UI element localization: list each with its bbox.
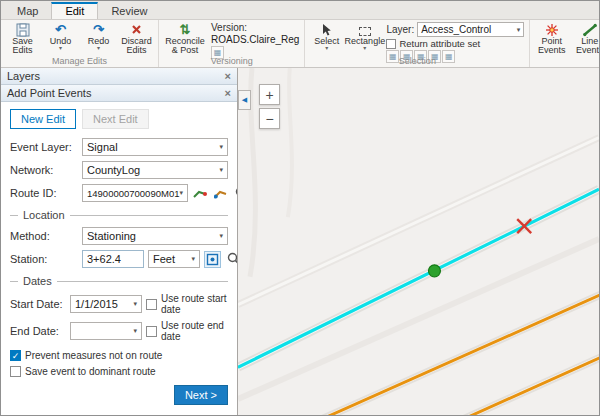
select-route-on-map-icon[interactable] bbox=[192, 185, 209, 202]
discard-edits-icon bbox=[130, 22, 143, 37]
save-dominant-box bbox=[10, 366, 21, 377]
station-input[interactable]: 3+62.4 bbox=[82, 250, 144, 268]
location-section-divider: Location bbox=[10, 209, 228, 221]
save-edits-icon bbox=[16, 22, 30, 37]
prevent-measures-checkbox[interactable]: ✓ Prevent measures not on route bbox=[10, 350, 228, 361]
next-button[interactable]: Next > bbox=[174, 385, 228, 405]
manage-edits-group-label: Manage Edits bbox=[4, 56, 155, 67]
use-route-end-checkbox[interactable]: Use route end date bbox=[146, 320, 228, 342]
method-select[interactable]: Stationing ▾ bbox=[82, 227, 228, 245]
use-route-start-label: Use route start date bbox=[161, 293, 228, 315]
end-date-dropdown-icon: ▾ bbox=[133, 327, 137, 335]
add-point-events-header: Add Point Events × bbox=[1, 85, 237, 102]
undo-button[interactable]: ↶ Undo ▾ bbox=[42, 21, 79, 51]
reconcile-post-icon: ⇅ bbox=[180, 22, 191, 37]
station-value: 3+62.4 bbox=[87, 253, 121, 265]
dates-section-label: Dates bbox=[23, 275, 52, 287]
end-date-picker[interactable]: ▾ bbox=[70, 322, 142, 340]
add-point-events-close-icon[interactable]: × bbox=[225, 87, 231, 99]
background-road bbox=[288, 68, 292, 217]
network-select[interactable]: CountyLog ▾ bbox=[82, 161, 228, 179]
location-section-label: Location bbox=[23, 209, 65, 221]
return-attribute-set-box bbox=[386, 39, 396, 49]
line-events-button[interactable]: Line Events bbox=[571, 21, 600, 56]
zoom-out-button[interactable]: − bbox=[259, 108, 280, 129]
save-edits-button[interactable]: Save Edits bbox=[4, 21, 41, 56]
start-date-label: Start Date: bbox=[10, 298, 66, 310]
use-route-end-box bbox=[146, 326, 157, 337]
undo-icon: ↶ bbox=[55, 22, 66, 37]
group-selection: Select ▾ Rectangle ▾ Layer: Access_Contr… bbox=[305, 20, 530, 67]
layers-close-icon[interactable]: × bbox=[225, 70, 231, 82]
edit-events-group-label: Edit Events bbox=[533, 56, 600, 67]
station-label: Station: bbox=[10, 253, 78, 265]
zoom-in-button[interactable]: + bbox=[259, 84, 280, 105]
select-button[interactable]: Select ▾ bbox=[308, 21, 345, 51]
prevent-measures-box: ✓ bbox=[10, 350, 21, 361]
road-casing bbox=[459, 355, 599, 415]
version-label: Version: bbox=[211, 22, 299, 33]
station-units-select[interactable]: Feet ▾ bbox=[148, 250, 200, 268]
network-dropdown-icon: ▾ bbox=[219, 166, 223, 174]
prevent-measures-label: Prevent measures not on route bbox=[25, 350, 162, 361]
event-layer-dropdown-icon: ▾ bbox=[219, 143, 223, 151]
save-edits-label: Save Edits bbox=[4, 37, 41, 56]
layers-panel-title: Layers bbox=[7, 70, 40, 82]
collapse-panel-button[interactable]: ◀ bbox=[238, 90, 251, 110]
tab-map[interactable]: Map bbox=[4, 3, 51, 19]
line-events-icon bbox=[583, 22, 597, 37]
zoom-to-route-icon[interactable] bbox=[234, 185, 237, 202]
dates-section-divider: Dates bbox=[10, 275, 228, 287]
map-graphics bbox=[238, 68, 599, 415]
network-value: CountyLog bbox=[87, 164, 140, 176]
route-list-icon[interactable] bbox=[213, 185, 230, 202]
zoom-controls: + − bbox=[259, 84, 280, 129]
select-dropdown-icon[interactable]: ▾ bbox=[325, 46, 328, 51]
map-canvas[interactable]: ◀ + − bbox=[238, 68, 599, 415]
use-route-start-checkbox[interactable]: Use route start date bbox=[146, 293, 228, 315]
point-events-icon bbox=[545, 22, 559, 37]
route-id-label: Route ID: bbox=[10, 187, 78, 199]
ribbon: Save Edits ↶ Undo ▾ ↷ Redo ▾ Discard Edi… bbox=[1, 20, 599, 68]
redo-icon: ↷ bbox=[93, 22, 104, 37]
start-date-dropdown-icon: ▾ bbox=[133, 300, 137, 308]
undo-dropdown-icon[interactable]: ▾ bbox=[59, 46, 62, 51]
event-layer-label: Event Layer: bbox=[10, 141, 78, 153]
redo-button[interactable]: ↷ Redo ▾ bbox=[80, 21, 117, 51]
layer-combo[interactable]: Access_Control ▾ bbox=[417, 22, 524, 37]
point-events-button[interactable]: Point Events bbox=[533, 21, 570, 56]
tab-edit[interactable]: Edit bbox=[51, 2, 98, 19]
event-layer-select[interactable]: Signal ▾ bbox=[82, 138, 228, 156]
return-attribute-set-checkbox[interactable]: Return attribute set bbox=[386, 38, 524, 49]
start-date-picker[interactable]: 1/1/2015 ▾ bbox=[70, 295, 142, 313]
discard-edits-label: Discard Edits bbox=[118, 37, 155, 56]
tab-review[interactable]: Review bbox=[98, 3, 160, 19]
line-events-label: Line Events bbox=[571, 37, 600, 56]
save-dominant-checkbox[interactable]: Save event to dominant route bbox=[10, 366, 228, 377]
zoom-to-station-icon[interactable] bbox=[225, 251, 237, 268]
pick-station-on-map-icon[interactable] bbox=[204, 251, 221, 268]
route-id-combo[interactable]: 14900000700090M01 ▾ bbox=[82, 184, 188, 202]
layer-combo-dropdown-icon: ▾ bbox=[517, 26, 521, 34]
left-panel: Layers × Add Point Events × New Edit Nex… bbox=[1, 68, 238, 415]
reconcile-post-button[interactable]: ⇅ Reconcile & Post bbox=[162, 21, 208, 56]
redo-dropdown-icon[interactable]: ▾ bbox=[97, 46, 100, 51]
version-value[interactable]: ROADS.Claire_Reg bbox=[211, 34, 299, 45]
rectangle-dropdown-icon[interactable]: ▾ bbox=[363, 46, 366, 51]
versioning-group-label: Versioning bbox=[162, 56, 301, 67]
method-dropdown-icon: ▾ bbox=[219, 232, 223, 240]
add-point-events-body: New Edit Next Edit Event Layer: Signal ▾… bbox=[1, 102, 237, 415]
new-edit-button[interactable]: New Edit bbox=[10, 109, 76, 129]
rectangle-button[interactable]: Rectangle ▾ bbox=[346, 21, 383, 51]
start-date-value: 1/1/2015 bbox=[75, 298, 118, 310]
use-route-end-label: Use route end date bbox=[161, 320, 228, 342]
ribbon-tabstrip: Map Edit Review bbox=[1, 1, 599, 20]
next-edit-button[interactable]: Next Edit bbox=[82, 109, 149, 129]
station-units-value: Feet bbox=[153, 253, 175, 265]
group-manage-edits: Save Edits ↶ Undo ▾ ↷ Redo ▾ Discard Edi… bbox=[1, 20, 159, 67]
route-id-value: 14900000700090M01 bbox=[87, 188, 179, 199]
layer-value: Access_Control bbox=[421, 24, 491, 35]
discard-edits-button[interactable]: Discard Edits bbox=[118, 21, 155, 56]
reconcile-post-label: Reconcile & Post bbox=[162, 37, 208, 56]
group-edit-events: Point Events Line Events Event Replaceme… bbox=[530, 20, 600, 67]
